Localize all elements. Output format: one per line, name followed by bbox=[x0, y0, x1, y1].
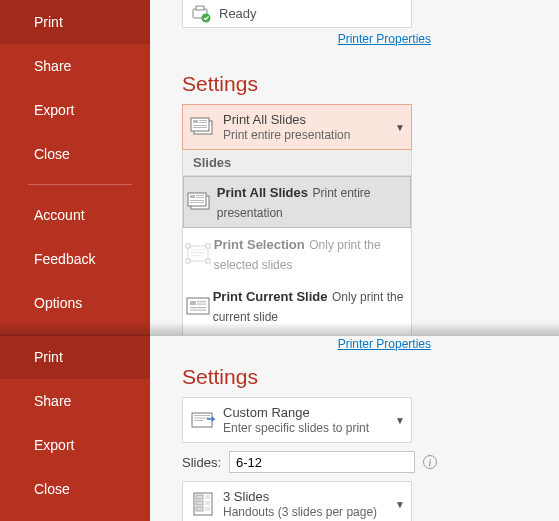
sidebar-item-account[interactable]: Account bbox=[0, 193, 150, 237]
sidebar-item-label: Share bbox=[34, 393, 71, 409]
svg-rect-30 bbox=[190, 310, 206, 311]
sidebar-item-print[interactable]: Print bbox=[0, 335, 150, 379]
print-range-dropdown[interactable]: Print All Slides Print entire presentati… bbox=[182, 104, 412, 150]
sidebar-item-feedback[interactable]: Feedback bbox=[0, 237, 150, 281]
settings-heading: Settings bbox=[150, 54, 559, 104]
sidebar-item-label: Close bbox=[34, 146, 70, 162]
printer-properties-row: Printer Properties bbox=[150, 335, 559, 359]
backstage-sidebar: Print Share Export Close bbox=[0, 335, 150, 521]
svg-rect-36 bbox=[194, 415, 210, 416]
info-icon[interactable]: i bbox=[423, 455, 437, 469]
svg-rect-14 bbox=[196, 197, 204, 198]
svg-rect-5 bbox=[193, 120, 198, 123]
svg-rect-13 bbox=[196, 195, 204, 196]
printer-status-text: Ready bbox=[219, 6, 257, 21]
option-print-current-slide[interactable]: Print Current Slide Only print the curre… bbox=[183, 280, 411, 332]
printer-status-row[interactable]: Ready bbox=[182, 0, 412, 28]
svg-rect-20 bbox=[186, 259, 190, 263]
printer-ready-icon bbox=[191, 6, 211, 22]
svg-rect-40 bbox=[196, 495, 203, 499]
slides-group-header: Slides bbox=[182, 150, 412, 176]
svg-rect-11 bbox=[188, 193, 206, 206]
svg-rect-17 bbox=[188, 246, 208, 261]
svg-rect-41 bbox=[196, 501, 203, 505]
svg-rect-9 bbox=[193, 127, 207, 128]
slides-input[interactable] bbox=[229, 451, 415, 473]
sidebar-item-label: Feedback bbox=[34, 251, 95, 267]
svg-rect-1 bbox=[196, 6, 204, 10]
print-layout-sub: Handouts (3 slides per page) bbox=[223, 505, 389, 519]
svg-rect-28 bbox=[197, 304, 206, 305]
chevron-down-icon: ▼ bbox=[389, 122, 411, 133]
backstage-sidebar: Print Share Export Close Account Feedbac… bbox=[0, 0, 150, 370]
svg-rect-19 bbox=[206, 244, 210, 248]
slide-current-icon bbox=[183, 296, 213, 316]
sidebar-item-share[interactable]: Share bbox=[0, 44, 150, 88]
option-print-all-slides[interactable]: Print All Slides Print entire presentati… bbox=[183, 176, 411, 228]
svg-rect-25 bbox=[187, 298, 209, 314]
sidebar-item-label: Options bbox=[34, 295, 82, 311]
print-layout-title: 3 Slides bbox=[223, 489, 389, 505]
sidebar-item-print[interactable]: Print bbox=[0, 0, 150, 44]
option-title: Print All Slides bbox=[217, 185, 308, 200]
svg-rect-27 bbox=[197, 301, 206, 302]
svg-rect-16 bbox=[190, 202, 204, 203]
settings-heading: Settings bbox=[150, 359, 559, 397]
svg-rect-7 bbox=[199, 122, 207, 123]
sidebar-item-label: Close bbox=[34, 481, 70, 497]
custom-range-icon bbox=[183, 410, 223, 430]
sidebar-item-label: Print bbox=[34, 349, 63, 365]
sidebar-item-export[interactable]: Export bbox=[0, 423, 150, 467]
svg-rect-12 bbox=[190, 195, 195, 198]
option-print-selection: Print Selection Only print the selected … bbox=[183, 228, 411, 280]
sidebar-item-label: Print bbox=[34, 14, 63, 30]
sidebar-item-label: Export bbox=[34, 437, 74, 453]
print-range-title: Print All Slides bbox=[223, 112, 389, 128]
svg-rect-23 bbox=[191, 252, 205, 253]
svg-rect-21 bbox=[206, 259, 210, 263]
print-layout-dropdown[interactable]: 3 Slides Handouts (3 slides per page) ▼ bbox=[182, 481, 412, 521]
svg-rect-4 bbox=[191, 118, 209, 131]
chevron-down-icon: ▼ bbox=[389, 415, 411, 426]
print-main-panel: Ready Printer Properties Settings bbox=[150, 0, 559, 370]
slides-input-row: Slides: i bbox=[182, 451, 437, 473]
sidebar-item-export[interactable]: Export bbox=[0, 88, 150, 132]
chevron-down-icon: ▼ bbox=[389, 499, 411, 510]
printer-properties-row: Printer Properties bbox=[150, 28, 559, 54]
sidebar-item-label: Share bbox=[34, 58, 71, 74]
print-range-sub: Enter specific slides to print bbox=[223, 421, 389, 435]
printer-properties-link[interactable]: Printer Properties bbox=[338, 337, 431, 351]
option-title: Print Current Slide bbox=[213, 289, 328, 304]
svg-rect-15 bbox=[190, 200, 204, 201]
printer-properties-link[interactable]: Printer Properties bbox=[338, 32, 431, 46]
sidebar-item-options[interactable]: Options bbox=[0, 281, 150, 325]
slides-all-icon bbox=[183, 117, 223, 137]
sidebar-item-label: Export bbox=[34, 102, 74, 118]
handout-3-icon bbox=[183, 492, 223, 516]
slides-all-icon bbox=[183, 192, 217, 212]
slides-selection-icon bbox=[183, 244, 214, 264]
svg-rect-18 bbox=[186, 244, 190, 248]
svg-rect-42 bbox=[196, 507, 203, 511]
sidebar-item-share[interactable]: Share bbox=[0, 379, 150, 423]
svg-point-2 bbox=[202, 13, 211, 22]
sidebar-item-close[interactable]: Close bbox=[0, 132, 150, 176]
print-range-title: Custom Range bbox=[223, 405, 389, 421]
print-main-panel: Printer Properties Settings Custom Range… bbox=[150, 335, 559, 521]
print-range-dropdown[interactable]: Custom Range Enter specific slides to pr… bbox=[182, 397, 412, 443]
slides-label: Slides: bbox=[182, 455, 221, 470]
svg-rect-29 bbox=[190, 307, 206, 308]
sidebar-item-label: Account bbox=[34, 207, 85, 223]
svg-rect-8 bbox=[193, 125, 207, 126]
option-title: Print Selection bbox=[214, 237, 305, 252]
sidebar-item-close[interactable]: Close bbox=[0, 467, 150, 511]
svg-rect-26 bbox=[190, 301, 196, 305]
svg-rect-6 bbox=[199, 120, 207, 121]
svg-rect-24 bbox=[191, 255, 201, 256]
sidebar-separator bbox=[28, 184, 132, 185]
svg-rect-22 bbox=[191, 249, 205, 250]
print-range-sub: Print entire presentation bbox=[223, 128, 389, 142]
svg-rect-38 bbox=[194, 420, 203, 421]
